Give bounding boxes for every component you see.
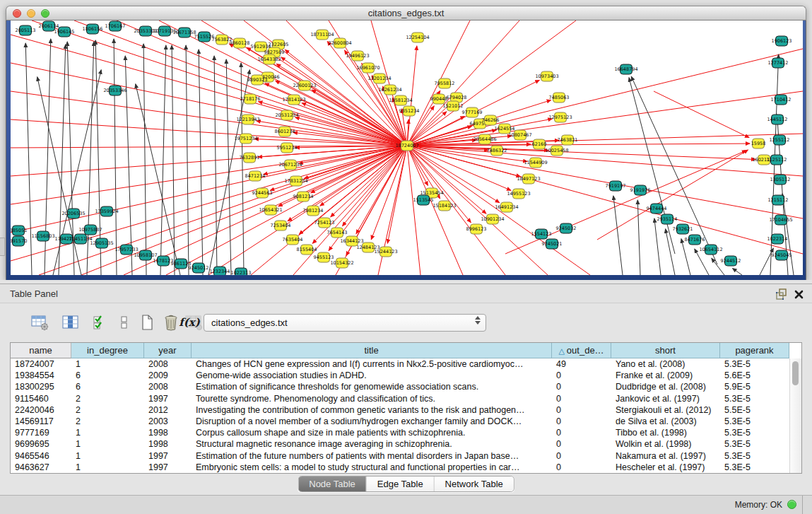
graph-edge[interactable]: [160, 45, 166, 275]
table-cell: 1: [71, 358, 144, 370]
table-panel-titlebar: Table Panel: [0, 284, 812, 303]
new-column-button[interactable]: [136, 312, 158, 333]
graph-node-label: 18724007: [395, 143, 418, 148]
tab-network-table[interactable]: Network Table: [435, 477, 514, 491]
table-cell: 0: [552, 370, 611, 381]
graph-node-label: 16491234: [495, 204, 518, 210]
deselect-all-rows-button[interactable]: [113, 312, 136, 333]
table-cell: 1998: [144, 438, 192, 450]
graph-node-label: 15581234: [389, 98, 412, 103]
network-window-titlebar[interactable]: citations_edges.txt: [6, 6, 806, 21]
table-cell: 2009: [144, 370, 192, 381]
graph-node-label: 9244512: [721, 258, 741, 264]
table-cell: Hescheler et al. (1997): [611, 462, 720, 473]
graph-node-label: 19496123: [346, 53, 369, 59]
graph-node-label: 1521012: [443, 103, 464, 109]
network-view-frame: 7563822986012859129342322605982750916543…: [6, 21, 806, 280]
function-builder-button[interactable]: f(x): [178, 312, 201, 333]
table-panel-title: Table Panel: [10, 288, 58, 299]
graph-edge[interactable]: [637, 200, 640, 275]
column-header-pagerank[interactable]: pagerank: [720, 343, 789, 358]
tab-node-table[interactable]: Node Table: [298, 477, 367, 491]
tab-edge-table[interactable]: Edge Table: [367, 477, 435, 491]
table-scrollbar[interactable]: [789, 358, 801, 473]
graph-node-label: 9245045: [772, 252, 792, 258]
graph-node-label: 7932621: [673, 226, 693, 232]
select-all-rows-button[interactable]: [89, 312, 112, 333]
column-header-year[interactable]: year: [144, 343, 192, 358]
table-cell: 2008: [144, 381, 192, 392]
combo-stepper-icon: [475, 316, 481, 325]
table-row[interactable]: 1456911722003Disruption of a novel membe…: [11, 416, 789, 427]
graph-edge[interactable]: [654, 218, 661, 275]
graph-edge[interactable]: [199, 49, 203, 275]
close-panel-icon[interactable]: [794, 288, 805, 300]
graph-node-label: 391570: [11, 238, 27, 244]
table-cell: 9463627: [11, 462, 71, 473]
graph-node-label: 1806156: [83, 26, 103, 32]
table-row[interactable]: 969969511998Structural magnetic resonanc…: [11, 438, 789, 450]
graph-edge[interactable]: [407, 146, 420, 275]
graph-node-label: 20671234: [278, 162, 302, 168]
graph-node-label: 1277412: [768, 60, 789, 66]
graph-edge[interactable]: [114, 39, 117, 275]
graph-node-label: 16648794: [614, 66, 637, 72]
table-row[interactable]: 946362711997Embryonic stem cells: a mode…: [11, 462, 789, 473]
graph-node-label: 6794028: [447, 95, 467, 100]
graph-edge[interactable]: [214, 56, 217, 275]
table-cell: Structural magnetic resonance image aver…: [192, 438, 552, 450]
column-visibility-button[interactable]: [59, 312, 82, 333]
control-panel-splitter[interactable]: [0, 238, 5, 256]
table-cell: 2012: [144, 404, 192, 416]
graph-edge[interactable]: [143, 44, 146, 275]
graph-edge[interactable]: [681, 239, 690, 275]
graph-edge[interactable]: [407, 46, 417, 146]
graph-edge[interactable]: [186, 45, 189, 275]
table-cell: Tourette syndrome. Phenomenology and cla…: [192, 393, 552, 404]
graph-node-label: 10807467: [508, 132, 531, 138]
graph-node-label: 9474444: [647, 206, 667, 211]
column-header-name[interactable]: name: [11, 343, 71, 358]
table-source-select[interactable]: citations_edges.txt: [204, 314, 486, 332]
graph-edge[interactable]: [39, 146, 407, 275]
graph-edge[interactable]: [407, 21, 576, 146]
table-options-button[interactable]: [28, 312, 51, 333]
table-cell: Nakamura et al. (1997): [611, 450, 720, 462]
graph-edge[interactable]: [312, 146, 407, 243]
column-header-in_degree[interactable]: in_degree: [71, 343, 144, 358]
graph-edge[interactable]: [356, 146, 407, 234]
column-header-title[interactable]: title: [192, 343, 552, 358]
graph-node-label: 16344123: [340, 238, 363, 244]
graph-edge[interactable]: [387, 146, 407, 243]
graph-edge[interactable]: [613, 196, 623, 275]
graph-edge[interactable]: [654, 91, 749, 138]
table-row[interactable]: 1938455462009Genome-wide association stu…: [11, 370, 789, 381]
graph-node-label: 7253404: [271, 223, 291, 228]
graph-node-label: 2718176: [240, 96, 261, 102]
network-graph-canvas[interactable]: 7563822986012859129342322605982750916543…: [11, 21, 803, 275]
column-header-out_de[interactable]: △out_de…: [552, 343, 611, 358]
column-header-short[interactable]: short: [611, 343, 720, 358]
float-panel-icon[interactable]: [775, 288, 788, 300]
table-row[interactable]: 1830029562008Estimation of significance …: [11, 381, 789, 392]
graph-node-label: 1706167: [105, 23, 126, 29]
status-bar: Memory: OK: [0, 495, 812, 514]
table-cell: 5.6E-5: [720, 370, 789, 381]
graph-edge[interactable]: [407, 146, 505, 275]
table-row[interactable]: 946554611997Estimation of the future num…: [11, 450, 789, 462]
table-row[interactable]: 911546021997Tourette syndrome. Phenomeno…: [11, 393, 789, 404]
graph-edge[interactable]: [782, 194, 794, 275]
table-cell: 0: [552, 393, 611, 404]
graph-edge[interactable]: [407, 146, 590, 275]
graph-node-label: 20353346: [103, 88, 126, 93]
table-row[interactable]: 977716911998Corpus callosum shape and si…: [11, 427, 789, 438]
table-row[interactable]: 1872400712008Changes of HCN gene express…: [11, 358, 789, 370]
table-row[interactable]: 2242004622012Investigating the contribut…: [11, 404, 789, 416]
graph-node-label: 62160: [532, 141, 547, 147]
graph-edge[interactable]: [241, 63, 244, 275]
table-cell: 0: [552, 438, 611, 450]
scrollbar-thumb[interactable]: [792, 361, 799, 385]
graph-edge[interactable]: [733, 269, 742, 275]
graph-node-label: 15958: [751, 141, 766, 146]
graph-edge[interactable]: [407, 146, 428, 185]
